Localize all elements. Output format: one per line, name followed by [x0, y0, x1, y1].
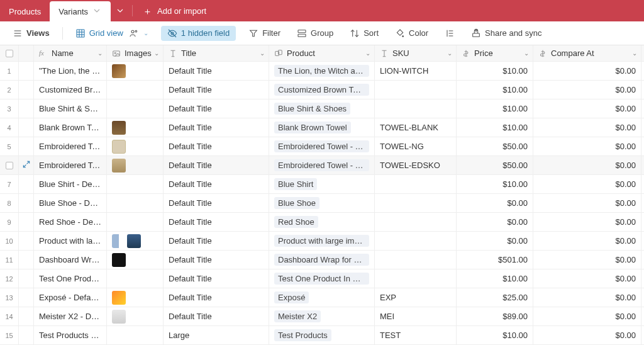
row-number-cell[interactable] [0, 156, 19, 174]
row-number-cell[interactable]: 3 [0, 99, 19, 118]
cell-name[interactable]: Customized Bro… [34, 81, 107, 99]
cell-name[interactable]: "The Lion, the W… [34, 62, 107, 80]
cell-compare-at[interactable]: $0.00 [533, 326, 641, 344]
cell-compare-at[interactable]: $0.00 [533, 194, 641, 212]
cell-title[interactable]: Default Title [164, 232, 269, 250]
row-number-cell[interactable]: 1 [0, 62, 19, 80]
cell-price[interactable]: $0.00 [457, 213, 533, 231]
cell-images[interactable] [107, 326, 164, 344]
table-row[interactable]: 15Test Products - …LargeTest ProductsTES… [0, 326, 644, 345]
cell-price[interactable]: $10.00 [457, 175, 533, 193]
cell-sku[interactable] [375, 251, 457, 269]
linked-record-chip[interactable]: Embroidered Towel - NG [274, 140, 369, 152]
sort-button[interactable]: Sort [346, 26, 382, 41]
cell-title[interactable]: Default Title [164, 156, 269, 174]
row-number-cell[interactable]: 9 [0, 213, 19, 231]
col-header-product[interactable]: Product ⌄ [269, 45, 375, 61]
cell-price[interactable]: $501.00 [457, 251, 533, 269]
cell-price[interactable]: $10.00 [457, 81, 533, 99]
cell-price[interactable]: $89.00 [457, 307, 533, 325]
cell-price[interactable]: $50.00 [457, 137, 533, 156]
linked-record-chip[interactable]: Customized Brown Towel [274, 84, 369, 96]
cell-title[interactable]: Default Title [164, 269, 269, 288]
cell-sku[interactable] [375, 175, 457, 193]
cell-product[interactable]: Blank Brown Towel [269, 118, 375, 137]
linked-record-chip[interactable]: Product with large image [274, 235, 369, 247]
cell-images[interactable] [107, 307, 164, 325]
cell-name[interactable]: Dashboard Wrap… [34, 251, 107, 269]
cell-price[interactable]: $10.00 [457, 62, 533, 80]
cell-title[interactable]: Default Title [164, 99, 269, 118]
cell-name[interactable]: Test One Produc… [34, 269, 107, 288]
cell-price[interactable]: $10.00 [457, 99, 533, 118]
table-row[interactable]: 5Embroidered To…Default TitleEmbroidered… [0, 137, 644, 156]
expand-cell[interactable] [19, 307, 34, 325]
cell-product[interactable]: Dashboard Wrap for Model [269, 251, 375, 269]
table-row[interactable]: 11Dashboard Wrap…Default TitleDashboard … [0, 251, 644, 269]
expand-cell[interactable] [19, 251, 34, 269]
table-row[interactable]: 8Blue Shoe - Def…Default TitleBlue Shoe$… [0, 194, 644, 213]
cell-sku[interactable]: TOWEL-NG [375, 137, 457, 156]
linked-record-chip[interactable]: Blue Shoe [274, 197, 319, 209]
cell-product[interactable]: Test Products [269, 326, 375, 344]
hidden-fields-button[interactable]: 1 hidden field [161, 26, 236, 41]
col-header-title[interactable]: Title ⌄ [164, 45, 269, 61]
cell-compare-at[interactable]: $0.00 [533, 62, 641, 80]
cell-title[interactable]: Default Title [164, 137, 269, 156]
cell-product[interactable]: Customized Brown Towel [269, 81, 375, 99]
cell-title[interactable]: Default Title [164, 307, 269, 325]
cell-name[interactable]: Blue Shirt & Sho… [34, 99, 107, 118]
table-row[interactable]: 10Product with lar…Default TitleProduct … [0, 232, 644, 251]
cell-images[interactable] [107, 137, 164, 156]
select-all-cell[interactable] [0, 45, 19, 61]
cell-price[interactable]: $10.00 [457, 118, 533, 137]
cell-price[interactable]: $10.00 [457, 269, 533, 288]
row-number-cell[interactable]: 5 [0, 137, 19, 156]
cell-compare-at[interactable]: $0.00 [533, 118, 641, 137]
group-button[interactable]: Group [293, 26, 337, 41]
share-sync-button[interactable]: Share and sync [467, 26, 545, 41]
cell-product[interactable]: Test One Product In Cart At [269, 269, 375, 288]
cell-sku[interactable]: TEST [375, 326, 457, 344]
row-number-cell[interactable]: 10 [0, 232, 19, 250]
cell-name[interactable]: Embroidered To… [34, 137, 107, 156]
cell-compare-at[interactable]: $0.00 [533, 288, 641, 307]
cell-sku[interactable]: TOWEL-BLANK [375, 118, 457, 137]
cell-images[interactable] [107, 194, 164, 212]
expand-cell[interactable] [19, 269, 34, 288]
row-number-cell[interactable]: 2 [0, 81, 19, 99]
cell-product[interactable]: Meister X2 [269, 307, 375, 325]
expand-cell[interactable] [19, 213, 34, 231]
expand-cell[interactable] [19, 288, 34, 307]
cell-compare-at[interactable]: $0.00 [533, 213, 641, 231]
col-header-images[interactable]: Images ⌄ [107, 45, 164, 61]
cell-images[interactable] [107, 156, 164, 174]
linked-record-chip[interactable]: Blue Shirt [274, 178, 317, 190]
row-number-cell[interactable]: 12 [0, 269, 19, 288]
cell-title[interactable]: Default Title [164, 213, 269, 231]
cell-price[interactable]: $0.00 [457, 232, 533, 250]
cell-sku[interactable]: MEI [375, 307, 457, 325]
cell-compare-at[interactable]: $0.00 [533, 269, 641, 288]
expand-cell[interactable] [19, 81, 34, 99]
cell-title[interactable]: Default Title [164, 81, 269, 99]
expand-cell[interactable] [19, 137, 34, 156]
expand-cell[interactable] [19, 232, 34, 250]
linked-record-chip[interactable]: Blank Brown Towel [274, 122, 351, 133]
cell-sku[interactable]: EXP [375, 288, 457, 307]
cell-product[interactable]: Blue Shirt [269, 175, 375, 193]
cell-compare-at[interactable]: $0.00 [533, 156, 641, 174]
cell-sku[interactable] [375, 213, 457, 231]
cell-compare-at[interactable]: $0.00 [533, 137, 641, 156]
expand-cell[interactable] [19, 326, 34, 344]
cell-name[interactable]: Product with lar… [34, 232, 107, 250]
cell-sku[interactable] [375, 232, 457, 250]
row-number-cell[interactable]: 8 [0, 194, 19, 212]
cell-compare-at[interactable]: $0.00 [533, 175, 641, 193]
cell-sku[interactable] [375, 99, 457, 118]
cell-compare-at[interactable]: $0.00 [533, 307, 641, 325]
cell-name[interactable]: Red Shoe - Defa… [34, 213, 107, 231]
cell-price[interactable]: $50.00 [457, 156, 533, 174]
linked-record-chip[interactable]: Meister X2 [274, 310, 321, 322]
row-number-cell[interactable]: 13 [0, 288, 19, 307]
